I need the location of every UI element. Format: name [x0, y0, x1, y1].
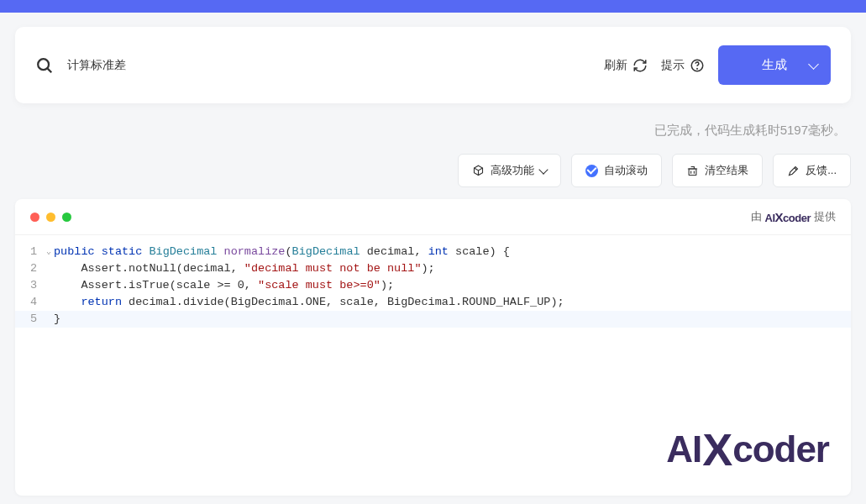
- attribution: 由 AIXcoder 提供: [751, 209, 836, 224]
- code-body[interactable]: 1⌄public static BigDecimal normalize(Big…: [15, 235, 851, 336]
- question-icon: [690, 58, 705, 73]
- refresh-button[interactable]: 刷新: [604, 58, 648, 73]
- line-number: 2: [15, 260, 44, 277]
- watermark-x: X: [702, 423, 732, 475]
- fold-gutter[interactable]: ⌄: [44, 244, 54, 260]
- attribution-suffix: 提供: [814, 209, 836, 224]
- header-gradient: [0, 0, 866, 13]
- code-line[interactable]: 5}: [15, 311, 851, 328]
- trash-icon: [686, 165, 699, 177]
- autoscroll-button[interactable]: 自动滚动: [571, 154, 662, 187]
- line-number: 1: [15, 244, 44, 260]
- code-line[interactable]: 3 Assert.isTrue(scale >= 0, "scale must …: [15, 277, 851, 294]
- code-line[interactable]: 1⌄public static BigDecimal normalize(Big…: [15, 244, 851, 260]
- chevron-down-icon: [538, 165, 548, 174]
- advanced-label: 高级功能: [491, 163, 534, 178]
- code-line[interactable]: 4 return decimal.divide(BigDecimal.ONE, …: [15, 294, 851, 311]
- hint-button[interactable]: 提示: [661, 58, 705, 73]
- generate-button[interactable]: 生成: [718, 45, 831, 85]
- code-panel: 由 AIXcoder 提供 1⌄public static BigDecimal…: [15, 199, 851, 496]
- generate-label: 生成: [762, 57, 787, 73]
- line-number: 5: [15, 311, 44, 328]
- code-content[interactable]: Assert.notNull(decimal, "decimal must no…: [54, 260, 435, 277]
- refresh-icon: [632, 58, 648, 73]
- autoscroll-label: 自动滚动: [604, 163, 648, 178]
- maximize-dot[interactable]: [62, 213, 71, 222]
- minimize-dot[interactable]: [46, 213, 55, 222]
- line-number: 4: [15, 294, 44, 311]
- watermark-logo: AIXcoder: [666, 423, 829, 475]
- feedback-label: 反馈...: [806, 163, 837, 178]
- svg-rect-4: [689, 169, 696, 176]
- check-icon: [585, 165, 598, 177]
- advanced-button[interactable]: 高级功能: [458, 154, 561, 187]
- refresh-label: 刷新: [604, 58, 627, 73]
- search-panel: 刷新 提示 生成: [15, 27, 851, 103]
- line-number: 3: [15, 277, 44, 294]
- code-content[interactable]: return decimal.divide(BigDecimal.ONE, sc…: [54, 294, 564, 311]
- window-controls: [30, 213, 71, 222]
- svg-point-3: [697, 68, 698, 69]
- attribution-prefix: 由: [751, 209, 762, 224]
- search-input[interactable]: [67, 59, 590, 72]
- svg-line-1: [48, 68, 52, 72]
- feedback-button[interactable]: 反馈...: [773, 154, 851, 187]
- code-content[interactable]: }: [54, 311, 60, 328]
- cube-icon: [472, 165, 485, 177]
- code-header: 由 AIXcoder 提供: [15, 199, 851, 235]
- code-line[interactable]: 2 Assert.notNull(decimal, "decimal must …: [15, 260, 851, 277]
- clear-label: 清空结果: [705, 163, 748, 178]
- hint-label: 提示: [661, 58, 685, 73]
- pencil-icon: [787, 165, 800, 177]
- watermark-ai: AI: [666, 428, 701, 470]
- brand-small: AIXcoder: [765, 210, 811, 224]
- close-dot[interactable]: [30, 213, 39, 222]
- code-content[interactable]: Assert.isTrue(scale >= 0, "scale must be…: [54, 277, 394, 294]
- watermark-coder: coder: [732, 428, 829, 470]
- svg-point-0: [38, 59, 49, 70]
- search-icon: [35, 56, 54, 75]
- code-content[interactable]: public static BigDecimal normalize(BigDe…: [54, 244, 510, 260]
- toolbar: 高级功能 自动滚动 清空结果 反馈...: [0, 154, 866, 199]
- clear-button[interactable]: 清空结果: [672, 154, 763, 187]
